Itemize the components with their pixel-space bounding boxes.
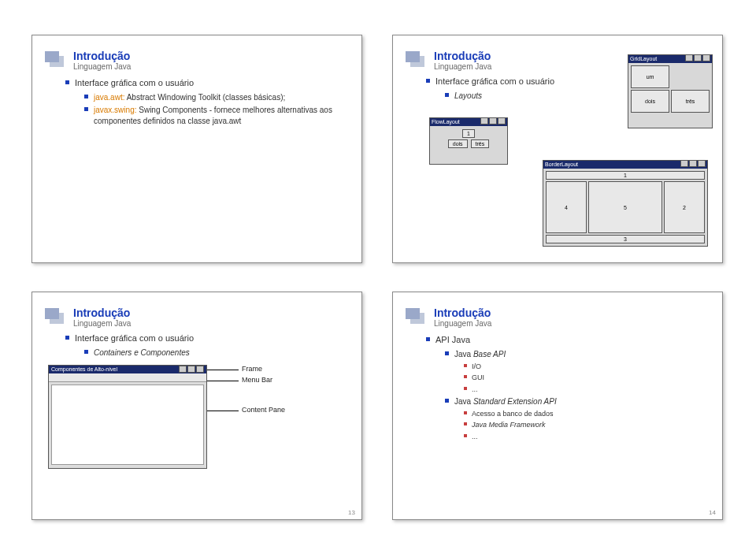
callout-frame: Frame (242, 365, 262, 373)
keyword-java-awt: java.awt: (94, 93, 124, 102)
grid-button-tres[interactable]: três (671, 90, 710, 113)
mock-titlebar: Componentes de Alto-nível (49, 366, 206, 373)
window-buttons (179, 366, 204, 373)
sub2-list: Acesso a banco de dados Java Media Frame… (464, 409, 710, 440)
title-block: Introdução Linguagem Java (48, 50, 349, 71)
window-buttons (684, 54, 710, 64)
grid-button-dois[interactable]: dois (631, 90, 669, 113)
slide-intro-api: Introdução Linguagem Java API Java Java … (392, 292, 723, 520)
bullet-item: API Java Java Base API I/O GUI ... Java … (426, 334, 710, 441)
sub2-item: Java Media Framework (464, 420, 710, 429)
bullet-list: API Java Java Base API I/O GUI ... Java … (426, 334, 710, 441)
mock-title: Componentes de Alto-nível (51, 366, 117, 373)
slide-subtitle: Linguagem Java (434, 319, 710, 328)
window-titlebar: FlowLayout (430, 118, 507, 126)
sub-list: Java Base API I/O GUI ... Java Standard … (445, 349, 710, 441)
layouts-label: Layouts (454, 91, 482, 100)
slide-intro-awt-swing: Introdução Linguagem Java Interface gráf… (32, 35, 362, 263)
sub-item: javax.swing: Swing Components - fornece … (84, 105, 349, 126)
title-decoration (50, 313, 64, 324)
bullet-list: Interface gráfica com o usuário Containe… (65, 333, 349, 358)
slide-title: Introdução (73, 307, 349, 319)
sub2-item: I/O (464, 362, 710, 371)
mock-menubar[interactable] (49, 373, 206, 382)
title-decoration (410, 56, 424, 67)
bullet-item: Interface gráfica com o usuário Containe… (65, 333, 349, 358)
window-body: um dois três (628, 63, 712, 115)
grid-button-um[interactable]: um (631, 65, 669, 88)
title-decoration (410, 313, 424, 324)
mock-contentpane (51, 385, 204, 465)
border-east[interactable]: 2 (664, 181, 705, 233)
sub-item: Java Standard Extension API Acesso a ban… (445, 396, 710, 441)
sub-item: java.awt: Abstract Windowing Toolkit (cl… (84, 92, 349, 103)
callout-line (207, 411, 239, 411)
sub2-list: I/O GUI ... (464, 362, 710, 393)
flow-button-1[interactable]: 1 (462, 129, 475, 138)
bullet-list: Interface gráfica com o usuário java.awt… (65, 77, 349, 126)
sub2-item: Acesso a banco de dados (464, 409, 710, 418)
bullet-text: Interface gráfica com o usuário (75, 78, 194, 87)
callout-line (207, 370, 239, 370)
border-north[interactable]: 1 (546, 171, 705, 180)
window-titlebar: GridLayout (628, 55, 712, 63)
sub-list: Containers e Componentes (84, 347, 349, 359)
sub-item: Java Base API I/O GUI ... (445, 349, 710, 394)
window-titlebar: BorderLayout (543, 161, 707, 169)
title-block: Introdução Linguagem Java (409, 307, 710, 328)
containers-label: Containers e Componentes (94, 348, 190, 357)
border-center[interactable]: 5 (588, 181, 662, 233)
java-base-api: Java Base API (454, 350, 506, 359)
sub-item: Containers e Componentes (84, 347, 349, 359)
slide-intro-layouts: Introdução Linguagem Java Interface gráf… (392, 35, 723, 263)
page-number: 14 (709, 509, 716, 516)
slide-subtitle: Linguagem Java (73, 62, 349, 71)
bullet-text: Interface gráfica com o usuário (435, 76, 554, 86)
keyword-javax-swing: javax.swing: (94, 106, 136, 114)
flow-button-tres[interactable]: três (471, 139, 490, 148)
java-std-ext-api: Java Standard Extension API (454, 397, 557, 406)
sub2-item: GUI (464, 373, 710, 382)
sub-list: java.awt: Abstract Windowing Toolkit (cl… (84, 92, 349, 127)
slide-title: Introdução (434, 307, 710, 319)
slide-title: Introdução (73, 50, 349, 62)
flow-button-dois[interactable]: dois (448, 139, 468, 148)
title-block: Introdução Linguagem Java (48, 307, 349, 328)
sub2-item: ... (464, 385, 710, 394)
title-decoration (50, 56, 64, 67)
border-south[interactable]: 3 (546, 235, 705, 243)
bullet-item: Interface gráfica com o usuário java.awt… (65, 77, 349, 126)
bullet-text: Interface gráfica com o usuário (75, 333, 194, 343)
window-buttons (680, 160, 706, 169)
window-body: 1 4 5 2 3 (543, 169, 707, 246)
callout-line (207, 381, 239, 381)
sub2-item: ... (464, 432, 710, 441)
window-buttons (480, 117, 506, 127)
flowlayout-window: FlowLayout 1 dois três (429, 117, 508, 165)
slide-subtitle: Linguagem Java (73, 319, 349, 328)
window-title: FlowLayout (432, 118, 460, 126)
sub-text: Abstract Windowing Toolkit (classes bási… (124, 93, 285, 102)
callout-menubar: Menu Bar (242, 376, 272, 384)
api-java-label: API Java (435, 335, 470, 344)
frame-mockup: Componentes de Alto-nível (48, 365, 207, 469)
page-number: 13 (348, 509, 355, 516)
window-title: GridLayout (630, 55, 657, 63)
slide-intro-containers: Introdução Linguagem Java Interface gráf… (32, 292, 362, 520)
callout-contentpane: Content Pane (242, 406, 285, 414)
window-body: 1 dois três (430, 126, 507, 151)
gridlayout-window: GridLayout um dois três (628, 54, 713, 128)
borderlayout-window: BorderLayout 1 4 5 2 3 (543, 160, 708, 247)
window-title: BorderLayout (545, 161, 578, 169)
border-west[interactable]: 4 (546, 181, 587, 233)
